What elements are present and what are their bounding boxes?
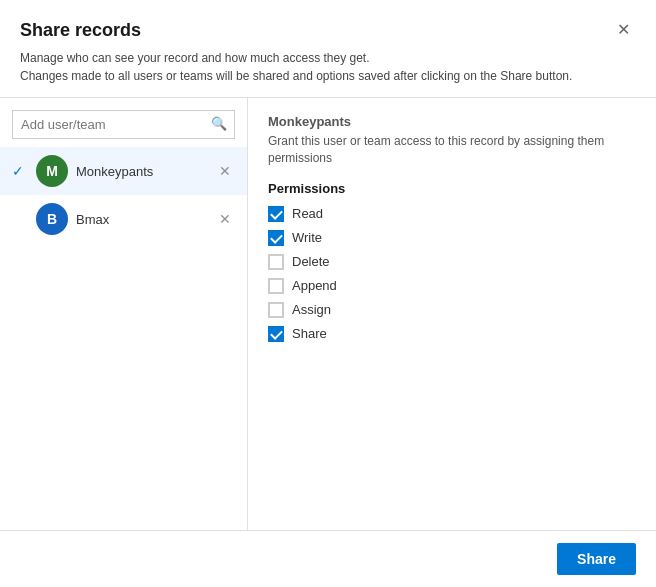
- user-item-1[interactable]: ✓ M Monkeypants ✕: [0, 147, 247, 195]
- share-button[interactable]: Share: [557, 543, 636, 575]
- avatar-user1: M: [36, 155, 68, 187]
- permission-checkbox-share[interactable]: [268, 326, 284, 342]
- permission-checkbox-append[interactable]: [268, 278, 284, 294]
- permission-label-assign: Assign: [292, 302, 331, 317]
- permissions-list: ReadWriteDeleteAppendAssignShare: [268, 206, 636, 342]
- search-input[interactable]: [12, 110, 235, 139]
- description-line1: Manage who can see your record and how m…: [20, 49, 636, 67]
- permission-item-write: Write: [268, 230, 636, 246]
- permission-item-delete: Delete: [268, 254, 636, 270]
- remove-user1-button[interactable]: ✕: [215, 162, 235, 180]
- permission-label-append: Append: [292, 278, 337, 293]
- permission-checkbox-delete[interactable]: [268, 254, 284, 270]
- remove-user2-button[interactable]: ✕: [215, 210, 235, 228]
- permission-item-append: Append: [268, 278, 636, 294]
- permission-item-assign: Assign: [268, 302, 636, 318]
- share-records-dialog: Share records ✕ Manage who can see your …: [0, 0, 656, 587]
- dialog-description: Manage who can see your record and how m…: [0, 41, 656, 98]
- left-panel: 🔍 ✓ M Monkeypants ✕ B: [0, 98, 248, 530]
- dialog-header: Share records ✕: [0, 0, 656, 41]
- permission-item-share: Share: [268, 326, 636, 342]
- permission-item-read: Read: [268, 206, 636, 222]
- user-name-1: Monkeypants: [76, 164, 215, 179]
- avatar-user2: B: [36, 203, 68, 235]
- user-name-2: Bmax: [76, 212, 215, 227]
- description-line2: Changes made to all users or teams will …: [20, 67, 636, 85]
- dialog-footer: Share: [0, 530, 656, 587]
- close-button[interactable]: ✕: [611, 20, 636, 40]
- dialog-title: Share records: [20, 20, 141, 41]
- permissions-label: Permissions: [268, 181, 636, 196]
- permission-label-write: Write: [292, 230, 322, 245]
- search-container: 🔍: [0, 98, 247, 147]
- grant-description: Grant this user or team access to this r…: [268, 133, 636, 167]
- permission-checkbox-read[interactable]: [268, 206, 284, 222]
- permission-label-delete: Delete: [292, 254, 330, 269]
- right-panel: Monkeypants Grant this user or team acce…: [248, 98, 656, 530]
- permission-checkbox-write[interactable]: [268, 230, 284, 246]
- selected-check-icon: ✓: [12, 163, 32, 179]
- user-item-2[interactable]: B Bmax ✕: [0, 195, 247, 243]
- permission-checkbox-assign[interactable]: [268, 302, 284, 318]
- dialog-body: 🔍 ✓ M Monkeypants ✕ B: [0, 98, 656, 530]
- permission-label-share: Share: [292, 326, 327, 341]
- permission-label-read: Read: [292, 206, 323, 221]
- user-list: ✓ M Monkeypants ✕ B Bmax ✕: [0, 147, 247, 530]
- selected-user-name: Monkeypants: [268, 114, 636, 129]
